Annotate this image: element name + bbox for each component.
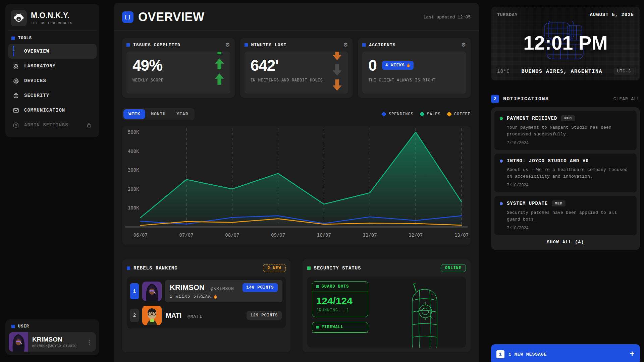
stat-value: 0 (368, 57, 377, 74)
lock-icon (85, 122, 93, 128)
notification-date: 7/10/2024 (500, 141, 631, 145)
plus-icon[interactable]: + (630, 350, 635, 358)
green-square-icon (316, 326, 319, 328)
tools-section-label: TOOLS (11, 36, 97, 41)
clock-widget: TUESDAY AUGUST 5, 2025 12:01 PM 18°C BUE… (491, 7, 640, 80)
gear-icon[interactable]: ⚙ (225, 42, 230, 48)
svg-text:200K: 200K (128, 186, 139, 192)
stat-card-accidents: ACCIDENTS ⚙ 0 4 WEEKS THE CLIENT ALWAYS … (358, 38, 471, 98)
diamond-icon (381, 112, 387, 117)
tab-month[interactable]: MONTH (146, 109, 171, 119)
ranking-list: 1 KRIMS (127, 277, 286, 328)
page-title: OVERVIEW (138, 10, 204, 24)
range-tabs: WEEK MONTH YEAR (122, 108, 195, 120)
notification-item[interactable]: PAYMENT RECEIVED MED Your payment to Ram… (494, 111, 637, 150)
online-badge: ONLINE (441, 264, 466, 272)
points-badge: 129 POINTS (247, 311, 281, 320)
blue-square-icon (127, 266, 130, 270)
notification-item[interactable]: SYSTEM UPDATE MED Security patches have … (494, 196, 637, 235)
blue-square-icon (362, 43, 366, 47)
clock-location: BUENOS AIRES, ARGENTINA (522, 69, 603, 74)
legend-coffee[interactable]: COFFEE (447, 112, 471, 117)
legend-spendings[interactable]: SPENDINGS (382, 112, 414, 117)
tab-year[interactable]: YEAR (171, 109, 193, 119)
trend-down-arrows-icon (331, 52, 343, 91)
chip-icon (12, 78, 19, 84)
gear-icon[interactable]: ⚙ (461, 42, 466, 48)
app-title: M.O.N.K.Y. (31, 11, 72, 20)
sidebar-item-security[interactable]: SECURITY (8, 88, 97, 103)
blue-square-icon (245, 43, 248, 47)
rebel-name: KRIMSON (170, 283, 205, 292)
notification-date: 7/10/2024 (500, 226, 631, 231)
kebab-menu-icon[interactable]: ⋮ (82, 339, 96, 345)
section-title: REBELS RANKING (133, 265, 178, 271)
points-badge: 148 POINTS (243, 283, 277, 292)
svg-text:12/07: 12/07 (409, 232, 423, 238)
chart-legend: SPENDINGS SALES COFFEE (382, 112, 471, 117)
brackets-badge-icon: [] (122, 11, 133, 23)
notification-body: Your payment to Rampant Studio has been … (500, 124, 631, 137)
clear-all-button[interactable]: CLEAR ALL (613, 97, 640, 102)
rebel-streak: 2 WEEKS STREAK (170, 294, 234, 299)
monkey-logo-icon (11, 10, 27, 26)
svg-text:300K: 300K (128, 167, 139, 173)
sidebar: M.O.N.K.Y. THE OS FOR REBELS TOOLS [ ] O… (5, 4, 99, 137)
ranking-row-1[interactable]: 1 KRIMS (130, 280, 282, 302)
ranking-row-2[interactable]: 2 (130, 306, 282, 325)
diamond-icon (447, 112, 452, 117)
notifications-title: NOTIFICATIONS (503, 96, 549, 102)
tab-week[interactable]: WEEK (123, 109, 145, 119)
avatar (142, 306, 162, 325)
new-message-bar[interactable]: 1 1 NEW MESSAGE + (491, 344, 640, 362)
rebels-ranking-section: REBELS RANKING 2 NEW 1 (122, 259, 290, 352)
main-panel: [] OVERVIEW Last updated 12:05 ISSUES CO… (114, 3, 479, 362)
sidebar-item-admin-settings[interactable]: ADMIN SETTINGS (8, 118, 97, 132)
rank-badge: 2 (130, 309, 139, 322)
app-logo: M.O.N.K.Y. THE OS FOR REBELS (8, 7, 97, 31)
svg-text:500K: 500K (128, 129, 139, 135)
streak-badge: 4 WEEKS (382, 61, 414, 70)
clock-temperature: 18°C (497, 69, 510, 74)
stat-subtitle: WEEKLY SCOPE (132, 78, 224, 83)
green-square-icon (316, 285, 319, 288)
last-updated: Last updated 12:05 (424, 15, 471, 20)
sidebar-item-communication[interactable]: COMMUNICATION (8, 103, 97, 118)
flame-icon (407, 63, 410, 68)
svg-text:11/07: 11/07 (363, 232, 377, 238)
status-dot-icon (500, 160, 503, 163)
avatar (9, 332, 28, 352)
notifications-widget: 2 NOTIFICATIONS CLEAR ALL PAYMENT RECEIV… (491, 95, 640, 250)
stat-subtitle: THE CLIENT ALWAYS IS RIGHT (368, 78, 460, 83)
priority-badge: MED (561, 115, 575, 121)
user-name: KRIMSON (32, 336, 78, 343)
stat-subtitle: IN MEETINGS AND RABBIT HOLES (251, 78, 342, 83)
utc-offset-badge: UTC-3 (614, 68, 634, 75)
svg-text:06/07: 06/07 (133, 232, 148, 238)
guard-bots-card: GUARD BOTS 124/124 [RUNNING...] (312, 281, 368, 317)
svg-text:100K: 100K (128, 205, 139, 210)
svg-text:08/07: 08/07 (225, 232, 239, 238)
status-dot-icon (500, 117, 503, 120)
sidebar-item-overview[interactable]: [ ] OVERVIEW (8, 44, 97, 59)
notification-item[interactable]: INTRO: JOYCO STUDIO AND V0 About us - We… (494, 154, 637, 192)
sidebar-item-devices[interactable]: DEVICES (8, 73, 97, 88)
legend-sales[interactable]: SALES (420, 112, 441, 117)
trend-up-arrows-icon (214, 52, 225, 85)
avatar (142, 282, 162, 301)
message-count-badge: 1 (496, 350, 504, 358)
stat-value: 49% (132, 57, 224, 74)
blue-square-icon (11, 325, 15, 328)
sidebar-item-laboratory[interactable]: LABORATORY (8, 59, 97, 73)
rebel-handle: @MATI (187, 314, 202, 319)
gear-icon[interactable]: ⚙ (343, 42, 348, 48)
app-subtitle: THE OS FOR REBELS (31, 21, 72, 25)
security-status-section: SECURITY STATUS ONLINE GUARD BOTS 124/12… (303, 259, 471, 352)
area-chart[interactable]: 100K200K300K400K500K06/0707/0708/0709/07… (122, 126, 471, 245)
show-all-button[interactable]: SHOW ALL (4) (494, 235, 637, 247)
user-card[interactable]: KRIMSON KRIMSON@JOYCO.STUDIO ⋮ (9, 332, 96, 352)
status-dot-icon (500, 202, 503, 205)
brackets-icon: [ ] (12, 46, 19, 57)
new-count-badge: 2 NEW (263, 264, 285, 272)
svg-text:07/07: 07/07 (179, 232, 194, 238)
